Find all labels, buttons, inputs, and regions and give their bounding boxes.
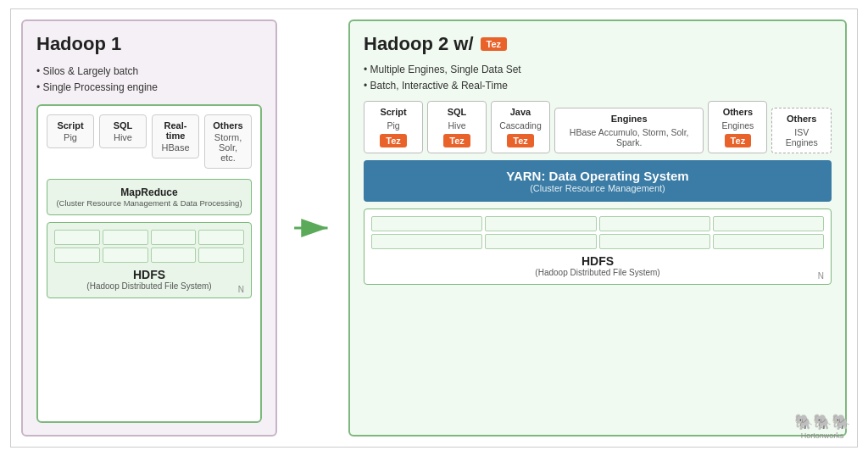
hadoop1-bullet-1: Silos & Largely batch	[36, 64, 262, 80]
hadoop2-tez-badge: Tez	[481, 37, 508, 51]
hadoop2-bullets: Multiple Engines, Single Data Set Batch,…	[364, 62, 832, 94]
hadoop1-hdfs-grid	[54, 230, 244, 263]
hadoop1-engine-boxes: Script Pig SQL Hive Real-time HBase Othe…	[47, 114, 252, 169]
hadoop1-realtime-box: Real-time HBase	[152, 114, 199, 158]
hadoop2-hdfs-grid	[371, 216, 824, 249]
h2-isv-box: Others ISV Engines	[771, 108, 832, 153]
hadoop1-hdfs: HDFS (Hadoop Distributed File System) N	[47, 222, 252, 298]
hadoop2-title: Hadoop 2 w/	[364, 33, 474, 55]
h2-java-box: Java Cascading Tez	[491, 101, 550, 153]
hadoop2-engine-boxes: Script Pig Tez SQL Hive Tez Java Cascadi…	[364, 101, 832, 153]
h2-script-tez: Tez	[380, 134, 407, 147]
hadoop1-panel: Hadoop 1 Silos & Largely batch Single Pr…	[21, 19, 277, 437]
hadoop2-bullet-2: Batch, Interactive & Real-Time	[364, 78, 832, 94]
hadoop1-script-box: Script Pig	[47, 114, 94, 148]
h2-sql-tez: Tez	[443, 134, 470, 147]
h2-others-tez: Tez	[725, 134, 752, 147]
arrow-container	[287, 19, 338, 437]
hadoop1-bullets: Silos & Largely batch Single Processing …	[36, 64, 262, 96]
h2-others-box: Others Engines Tez	[708, 101, 767, 153]
hadoop1-mapreduce: MapReduce (Cluster Resource Management &…	[47, 179, 252, 215]
hadoop2-yarn: YARN: Data Operating System (Cluster Res…	[364, 160, 832, 202]
h2-script-box: Script Pig Tez	[364, 101, 423, 153]
main-container: Hadoop 1 Silos & Largely batch Single Pr…	[10, 8, 858, 448]
hadoop2-panel: Hadoop 2 w/ Tez Multiple Engines, Single…	[348, 19, 847, 437]
hadoop1-bullet-2: Single Processing engine	[36, 80, 262, 96]
h2-sql-box: SQL Hive Tez	[427, 101, 487, 153]
hadoop2-title-row: Hadoop 2 w/ Tez	[364, 33, 832, 55]
hadoop1-content: Script Pig SQL Hive Real-time HBase Othe…	[36, 104, 262, 423]
hadoop2-hdfs: HDFS (Hadoop Distributed File System) N	[364, 209, 832, 285]
h2-engines-box: Engines HBase Accumulo, Storm, Solr, Spa…	[554, 108, 704, 153]
hadoop1-others-box: Others Storm, Solr, etc.	[204, 114, 252, 169]
hadoop2-bullet-1: Multiple Engines, Single Data Set	[364, 62, 832, 78]
hortonworks-logo: 🐘🐘🐘 Hortonworks	[794, 413, 850, 440]
hadoop1-sql-box: SQL Hive	[99, 114, 147, 148]
h2-java-tez: Tez	[507, 134, 534, 147]
hadoop1-title: Hadoop 1	[36, 33, 262, 55]
right-arrow	[292, 215, 334, 241]
